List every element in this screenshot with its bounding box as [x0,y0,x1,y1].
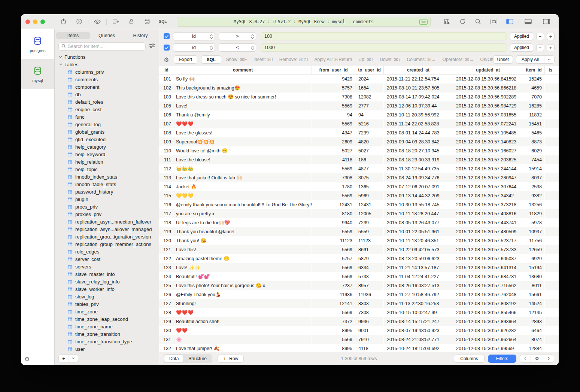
chart-icon[interactable] [442,18,451,25]
database-icon[interactable] [143,18,152,25]
table-row[interactable]: 108Love the glasses!434772392015-08-01 1… [159,128,559,137]
columns-button[interactable]: Columns [454,355,484,363]
sidebar-table-item[interactable]: time_zone_transition_type [55,338,159,345]
sidebar-table-item[interactable]: slave_master_info [55,270,159,278]
sidebar-table-item[interactable]: role_edges [55,248,159,255]
sidebar-table-item[interactable]: replication_asyn...nnection_failover [55,218,159,225]
sidebar-table-item[interactable]: tables_priv [55,300,159,308]
filter-field-select[interactable]: id [173,43,215,52]
sidebar-table-item[interactable]: procs_priv [55,203,159,210]
table-row[interactable]: 114Jacket 🔥178013652015-07-12 06:20:07.0… [159,182,559,191]
remove-filter-button[interactable]: − [536,33,544,40]
lock-icon[interactable] [127,18,136,25]
disconnect-icon[interactable] [75,18,83,25]
eye-icon[interactable] [93,18,102,25]
apply-all-button[interactable]: Apply All [516,55,555,64]
table-row[interactable]: 129Beautiful action shot!737299462015-08… [159,317,559,326]
toggle-bottom-panel-icon[interactable] [523,18,532,25]
table-row[interactable]: 112👑👑👑556948772015-11-30 12:54:49.735201… [159,164,559,173]
table-row[interactable]: 127Stunning!1214183032015-11-13 22:30:16… [159,299,559,308]
sidebar-table-item[interactable]: innodb_index_stats [55,173,159,180]
toggle-left-panel-icon[interactable] [505,18,514,25]
filter-enabled-checkbox[interactable] [164,45,170,51]
table-row[interactable]: 110Would love to! @mith 😁502750272015-08… [159,146,559,155]
sidebar-table-item[interactable]: columns_priv [55,68,159,76]
column-header-comment[interactable]: comment [174,66,312,74]
sidebar-table-item[interactable]: help_relation [55,158,159,165]
sidebar-table-item[interactable]: db [55,91,159,98]
applied-button[interactable]: Applied [510,32,533,40]
table-row[interactable]: 126@Emily Thank you💃11936119362015-11-27… [159,290,559,299]
refresh-icon[interactable] [458,18,467,25]
filter-settings-gear-icon[interactable]: ⚙ [164,56,169,63]
table-row[interactable]: 115💛💛💛556959692015-09-13 14:44:32.209201… [159,191,559,200]
sql-editor-icon[interactable]: SQL [158,19,167,24]
search-input[interactable] [68,44,143,49]
export-button[interactable]: Export [174,55,197,64]
connection-postgres[interactable]: postgres [21,29,54,59]
table-row[interactable]: 120Thank you! 😘11123111232015-10-11 13:2… [159,236,559,245]
column-header-id[interactable]: id [159,66,174,74]
minimize-button[interactable] [33,19,37,24]
sql-button[interactable]: SQL [201,55,221,64]
next-page-button[interactable] [543,355,554,362]
filter-field-select[interactable]: id [173,32,215,40]
tab-data[interactable]: Data [164,355,183,362]
table-row[interactable]: 111Love the blouse!41181862015-08-18 23:… [159,155,559,164]
table-row[interactable]: 117you are so pretty x8180120052015-10-1… [159,209,559,218]
table-row[interactable]: 107❤️❤️❤️556952162015-11-24 22:02:58.828… [159,119,559,128]
column-header-is_[interactable]: is_ [545,66,559,74]
add-filter-button[interactable]: + [547,44,555,51]
sidebar-table-item[interactable]: time_zone_transition [55,330,159,338]
sidebar-table-item[interactable]: general_log [55,121,159,128]
sidebar-table-item[interactable]: password_history [55,188,159,195]
sidebar-table-item[interactable]: help_topic [55,165,159,173]
applied-button[interactable]: Applied [510,43,533,52]
tree-group-tables[interactable]: Tables [55,61,159,68]
filters-button[interactable]: Filters [488,355,517,363]
filter-enabled-checkbox[interactable] [164,33,170,39]
tab-items[interactable]: Items [56,32,90,39]
column-header-to_user_id[interactable]: to_user_id [355,66,384,74]
filter-value-input[interactable] [261,43,507,52]
table-row[interactable]: 118Ur legs are to die for🙌🏻💖994072392015… [159,218,559,227]
table-row[interactable]: 130❤️❤️899590012015-08-07 19:43:50.92320… [159,326,559,335]
sidebar-table-item[interactable]: engine_cost [55,106,159,113]
sidebar-table-item[interactable]: comments [55,76,159,83]
sidebar-table-item[interactable]: time_zone_name [55,323,159,330]
table-row[interactable]: 106Thank u @emily94942015-10-11 20:39:56… [159,110,559,119]
settings-gear-icon[interactable]: ⚙ [24,355,30,362]
sidebar-table-item[interactable]: replication_asyn...ailover_managed [55,225,159,233]
table-row[interactable]: 124Beautiful!! 💕💕556957332015-11-04 12:2… [159,272,559,281]
sidebar-table-item[interactable]: help_category [55,143,159,151]
sidebar-table-item[interactable]: server_cost [55,255,159,263]
table-row[interactable]: 125Love this photo! Your hair is gorgeou… [159,281,559,290]
toggle-right-panel-icon[interactable] [542,18,551,25]
table-row[interactable]: 116@emily thank you soooo much beautiful… [159,200,559,209]
page-settings-gear-icon[interactable]: ⚙ [531,355,543,362]
column-header-item_id[interactable]: item_id [523,66,545,74]
tree-group-functions[interactable]: Functions [55,53,159,61]
column-header-from_user_id[interactable]: from_user_id [312,66,355,74]
sidebar-table-item[interactable]: plugin [55,195,159,203]
previous-page-button[interactable] [520,355,531,362]
table-row[interactable]: 102This background is amazing😍5757165420… [159,83,559,92]
add-row-button[interactable]: + Row [218,355,244,363]
tab-queries[interactable]: Queries [90,32,124,39]
sidebar-table-item[interactable]: time_zone_leap_second [55,315,159,323]
table-row[interactable]: 109Supercool💥💥💥260948202015-09-04 09:28:… [159,137,559,146]
column-header-updated_at[interactable]: updated_at [453,66,523,74]
sidebar-table-item[interactable]: slave_worker_info [55,285,159,293]
table-row[interactable]: 103Love this dress so much 😍 so nice for… [159,92,559,101]
sidebar-table-item[interactable]: gtid_executed [55,136,159,143]
unset-button[interactable]: Unset [493,55,513,64]
sidebar-table-item[interactable]: help_keyword [55,151,159,158]
sidebar-table-item[interactable]: slave_relay_log_info [55,278,159,285]
sidebar-table-item[interactable]: component [55,83,159,91]
add-connection-button[interactable]: + [58,354,78,362]
table-row[interactable]: 123Love! ✨✨556963342015-11-21 14:13:57.1… [159,263,559,272]
backup-list-icon[interactable] [111,18,120,25]
column-header-created_at[interactable]: created_at [384,66,453,74]
chevron-down-icon[interactable] [544,56,554,63]
sidebar-table-item[interactable]: replication_group_member_actions [55,240,159,248]
